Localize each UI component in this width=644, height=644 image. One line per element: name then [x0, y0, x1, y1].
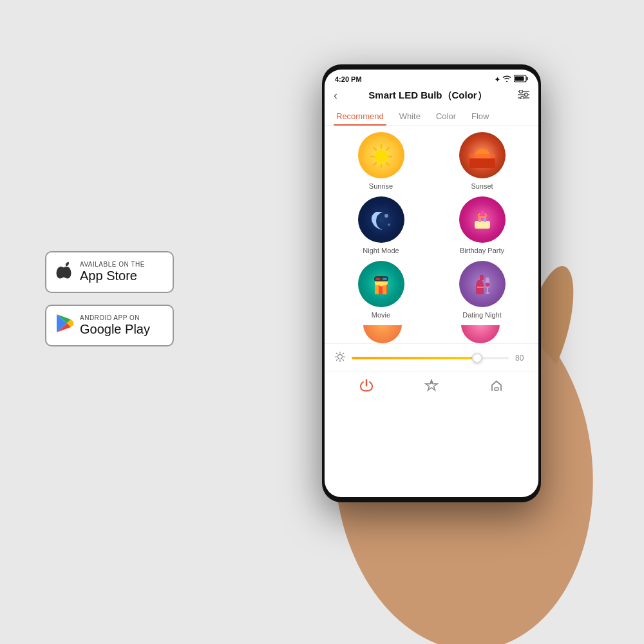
partial-row [325, 325, 538, 343]
birthday-party-label: Birthday Party [460, 247, 504, 254]
svg-rect-38 [475, 221, 490, 229]
sunrise-icon-circle [358, 132, 404, 178]
svg-point-51 [379, 282, 383, 287]
app-store-badge[interactable]: Available on the App Store [45, 251, 174, 293]
svg-rect-17 [527, 77, 528, 80]
partial-circle-2 [461, 325, 500, 343]
app-store-big-text: App Store [80, 268, 145, 283]
tab-bar: Recommend White Color Flow [325, 108, 538, 126]
tab-white[interactable]: White [397, 108, 423, 125]
icon-grid: Sunrise Sunset [325, 126, 538, 325]
svg-point-59 [338, 355, 343, 359]
svg-point-24 [521, 96, 524, 99]
phone-frame: 4:20 PM ✦ [322, 64, 541, 502]
svg-rect-56 [477, 287, 484, 288]
status-time: 4:20 PM [335, 75, 362, 83]
svg-rect-55 [480, 275, 484, 280]
favorite-button[interactable] [424, 379, 439, 396]
night-icon-circle [358, 196, 404, 243]
status-icons: ✦ [495, 75, 528, 84]
sunset-item[interactable]: Sunset [435, 132, 529, 190]
svg-rect-71 [495, 388, 498, 390]
brightness-icon [335, 352, 345, 364]
night-mode-label: Night Mode [363, 247, 399, 254]
dating-night-item[interactable]: Dating Night [435, 261, 529, 319]
dating-icon-circle [459, 261, 506, 307]
svg-line-32 [374, 163, 376, 166]
google-play-small-text: ANDROID APP ON [80, 314, 150, 321]
svg-line-33 [386, 163, 389, 166]
tab-color[interactable]: Color [433, 108, 459, 125]
svg-rect-34 [469, 158, 495, 168]
svg-rect-47 [383, 284, 386, 294]
svg-line-64 [336, 353, 337, 354]
tab-flow[interactable]: Flow [469, 108, 491, 125]
svg-line-66 [336, 359, 337, 361]
bluetooth-icon: ✦ [495, 76, 500, 83]
svg-line-65 [343, 353, 344, 354]
tab-recommend[interactable]: Recommend [334, 108, 386, 125]
svg-rect-53 [375, 278, 380, 280]
wifi-icon [502, 75, 511, 84]
page-title: Smart LED Bulb（Color） [368, 90, 486, 102]
brightness-slider-container: 80 [325, 343, 538, 372]
svg-rect-18 [515, 77, 524, 81]
google-play-icon [55, 314, 73, 337]
bottom-nav [325, 372, 538, 401]
svg-line-30 [374, 147, 376, 150]
google-play-big-text: Google Play [80, 321, 150, 337]
svg-point-37 [388, 223, 390, 226]
movie-item[interactable]: Movie [334, 261, 428, 319]
birthday-icon-circle [459, 196, 506, 243]
svg-rect-54 [383, 278, 387, 280]
google-play-badge[interactable]: ANDROID APP ON Google Play [45, 305, 174, 346]
settings-button[interactable] [518, 90, 529, 102]
app-store-text: Available on the App Store [80, 261, 145, 283]
back-button[interactable]: ‹ [334, 89, 337, 102]
brightness-slider-thumb[interactable] [472, 353, 482, 363]
status-bar: 4:20 PM ✦ [325, 70, 538, 86]
svg-rect-46 [375, 284, 379, 294]
svg-point-20 [520, 90, 523, 93]
movie-icon-circle [358, 261, 404, 307]
phone-screen: 4:20 PM ✦ [325, 70, 538, 497]
movie-label: Movie [372, 311, 390, 319]
svg-rect-35 [469, 154, 495, 158]
brightness-value: 80 [515, 354, 528, 363]
svg-point-22 [525, 93, 528, 96]
brightness-slider-fill [352, 357, 477, 359]
birthday-party-item[interactable]: Birthday Party [435, 196, 529, 254]
brightness-slider-track[interactable] [352, 357, 509, 359]
sunset-label: Sunset [471, 182, 493, 190]
top-nav: ‹ Smart LED Bulb（Color） [325, 86, 538, 108]
svg-point-25 [375, 150, 388, 163]
dating-night-label: Dating Night [462, 311, 502, 319]
night-mode-item[interactable]: Night Mode [334, 196, 428, 254]
svg-point-36 [384, 214, 388, 218]
svg-line-67 [343, 359, 344, 361]
app-store-small-text: Available on the [80, 261, 145, 268]
sunrise-item[interactable]: Sunrise [334, 132, 428, 190]
home-button[interactable] [489, 379, 504, 396]
partial-circle-1 [363, 325, 402, 343]
google-play-text: ANDROID APP ON Google Play [80, 314, 150, 337]
sunset-icon-circle [459, 132, 506, 178]
battery-icon [514, 75, 528, 84]
apple-icon [55, 261, 73, 283]
store-badges-container: Available on the App Store ANDROID APP O… [45, 251, 174, 346]
svg-line-31 [386, 147, 389, 150]
sunrise-label: Sunrise [369, 182, 393, 190]
phone-hand-container: 4:20 PM ✦ [270, 32, 644, 612]
power-button[interactable] [359, 379, 374, 396]
